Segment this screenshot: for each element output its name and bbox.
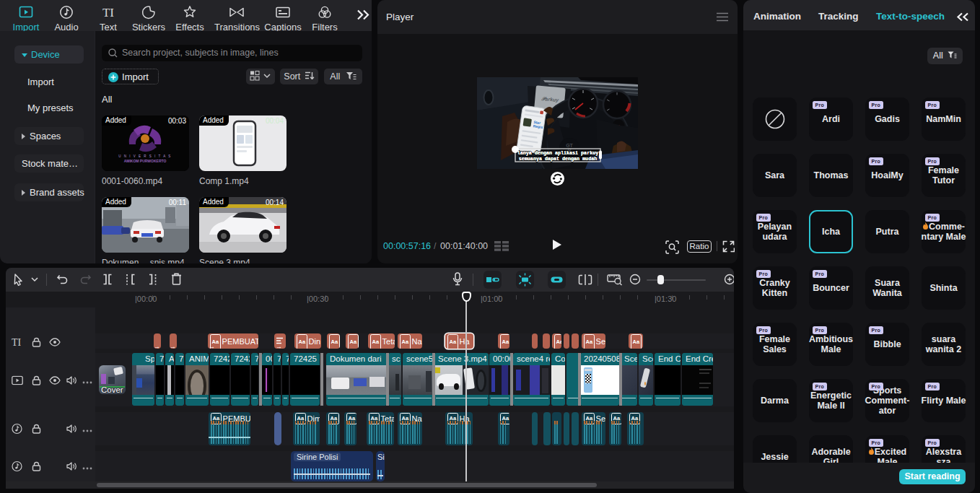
svg-text:lanya dengan aplikasi parkuy: lanya dengan aplikasi parkuy <box>517 150 598 156</box>
svg-text:AMIKOM PURWOKERTO: AMIKOM PURWOKERTO <box>124 159 167 163</box>
svg-text:U N I V E R S I T A S: U N I V E R S I T A S <box>118 154 171 158</box>
svg-text:GT: GT <box>566 143 573 148</box>
svg-text:TI: TI <box>102 6 114 19</box>
svg-text:semuanya dapat dengan mudah: semuanya dapat dengan mudah <box>519 156 597 162</box>
